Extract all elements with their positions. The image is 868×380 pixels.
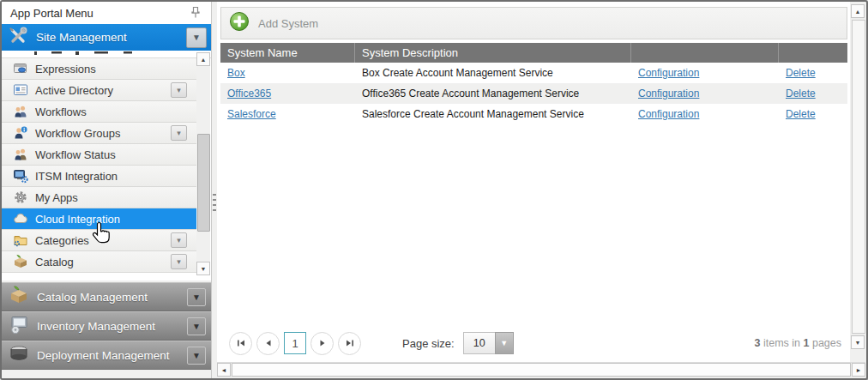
section-label: Inventory Management xyxy=(37,320,187,333)
my-apps-icon xyxy=(13,190,28,205)
page-size-dropdown[interactable]: 10 ▼ xyxy=(463,332,514,354)
scrollbar-thumb[interactable] xyxy=(852,20,865,334)
sidebar: App Portal Menu Site Management ▼ xyxy=(2,2,212,378)
pager-bar: 1 Page size: 10 ▼ 3 items in 1 pages xyxy=(217,323,850,363)
grid-header-row: System Name System Description xyxy=(220,43,847,63)
sidebar-item-categories[interactable]: Categories ▾ xyxy=(2,230,196,251)
sidebar-item-workflow-status[interactable]: Workflow Status xyxy=(2,144,196,166)
systems-grid: System Name System Description Box Box C… xyxy=(220,43,847,124)
table-row: Salesforce Salesforce Create Account Man… xyxy=(220,104,847,124)
sidebar-item-itsm-integration[interactable]: ITSM Integration xyxy=(2,166,196,187)
system-description: Box Create Account Management Service xyxy=(355,63,631,83)
workflows-icon xyxy=(13,104,28,119)
item-label: Categories xyxy=(35,234,171,247)
system-name-link[interactable]: Box xyxy=(227,67,245,79)
scroll-down-button[interactable]: ▼ xyxy=(196,262,210,275)
pages-text: pages xyxy=(809,337,841,349)
page-size-value: 10 xyxy=(463,332,495,354)
workflow-status-icon xyxy=(13,147,28,162)
sidebar-list: Expressions Active Directory ▾ Workflows xyxy=(2,51,211,280)
sidebar-item-my-apps[interactable]: My Apps xyxy=(2,187,196,208)
section-dropdown-button[interactable]: ▼ xyxy=(187,288,206,306)
section-dropdown-button[interactable]: ▼ xyxy=(187,317,206,335)
sidebar-item-active-directory[interactable]: Active Directory ▾ xyxy=(2,80,196,101)
scroll-left-button[interactable]: ◄ xyxy=(217,363,231,377)
system-description: Salesforce Create Account Management Ser… xyxy=(355,104,631,124)
sidebar-item-catalog[interactable]: Catalog ▾ xyxy=(2,251,196,273)
itsm-integration-icon xyxy=(13,168,28,184)
vertical-scrollbar: ▲ ▼ xyxy=(851,4,865,349)
item-label: Expressions xyxy=(35,63,196,75)
scrollbar-thumb[interactable] xyxy=(232,363,851,377)
next-page-button[interactable] xyxy=(310,332,334,355)
items-count: 3 xyxy=(755,337,761,349)
first-page-button[interactable] xyxy=(229,332,252,355)
clipped-list-item xyxy=(2,51,211,58)
section-header-catalog-management[interactable]: Catalog Management ▼ xyxy=(2,282,211,311)
last-page-button[interactable] xyxy=(338,332,361,355)
add-icon xyxy=(229,11,250,35)
configuration-link[interactable]: Configuration xyxy=(638,108,699,120)
configuration-link[interactable]: Configuration xyxy=(638,67,699,79)
item-label: Workflow Status xyxy=(35,148,196,161)
section-label: Catalog Management xyxy=(37,291,187,304)
item-label: Active Directory xyxy=(35,84,171,97)
catalog-icon xyxy=(13,254,28,269)
previous-page-button[interactable] xyxy=(256,332,280,355)
sidebar-item-workflows[interactable]: Workflows xyxy=(2,101,196,123)
column-header-system-name[interactable]: System Name xyxy=(220,43,355,63)
table-row: Box Box Create Account Management Servic… xyxy=(220,63,847,83)
column-header-system-description[interactable]: System Description xyxy=(355,43,631,63)
item-label: Workflows xyxy=(35,106,196,118)
item-label: ITSM Integration xyxy=(35,170,196,183)
item-dropdown-button[interactable]: ▾ xyxy=(171,254,187,269)
delete-link[interactable]: Delete xyxy=(786,87,816,100)
item-label: My Apps xyxy=(35,191,196,204)
expressions-icon xyxy=(13,61,28,76)
deployment-management-icon xyxy=(9,343,29,367)
scroll-right-button[interactable]: ► xyxy=(852,363,865,377)
item-dropdown-button[interactable]: ▾ xyxy=(171,232,187,248)
splitter-grip-icon xyxy=(213,194,216,213)
system-name-link[interactable]: Salesforce xyxy=(227,108,276,120)
sidebar-item-expressions[interactable]: Expressions xyxy=(2,58,196,80)
configuration-link[interactable]: Configuration xyxy=(638,87,699,100)
scrollbar-thumb[interactable] xyxy=(197,134,210,232)
sidebar-item-workflow-groups[interactable]: Workflow Groups ▾ xyxy=(2,123,196,144)
section-dropdown-button[interactable]: ▼ xyxy=(186,27,207,48)
active-directory-icon xyxy=(13,82,28,98)
column-header-configuration[interactable] xyxy=(631,43,779,63)
item-dropdown-button[interactable]: ▾ xyxy=(171,82,187,98)
inventory-management-icon xyxy=(9,314,29,338)
items-text: items in xyxy=(761,337,804,349)
add-system-button[interactable]: Add System xyxy=(229,11,318,35)
item-dropdown-button[interactable]: ▾ xyxy=(171,125,187,141)
toolbar: Add System xyxy=(220,7,847,39)
catalog-management-icon xyxy=(9,285,29,309)
page-number-button[interactable]: 1 xyxy=(284,332,306,354)
system-name-link[interactable]: Office365 xyxy=(227,87,271,100)
item-label: Workflow Groups xyxy=(35,127,171,140)
section-header-inventory-management[interactable]: Inventory Management ▼ xyxy=(2,311,211,341)
app-window: App Portal Menu Site Management ▼ xyxy=(0,0,868,380)
column-header-delete[interactable] xyxy=(779,43,847,63)
delete-link[interactable]: Delete xyxy=(786,67,816,79)
item-label: Catalog xyxy=(35,256,171,268)
workflow-groups-icon xyxy=(13,125,28,141)
chevron-down-icon: ▼ xyxy=(495,332,514,354)
section-label: Deployment Management xyxy=(37,349,187,362)
scroll-down-button[interactable]: ▼ xyxy=(851,335,865,349)
section-header-deployment-management[interactable]: Deployment Management ▼ xyxy=(2,341,211,370)
add-system-label: Add System xyxy=(258,17,318,30)
scroll-up-button[interactable]: ▲ xyxy=(851,4,865,18)
section-dropdown-button[interactable]: ▼ xyxy=(187,347,206,365)
categories-icon xyxy=(13,232,28,248)
scroll-up-button[interactable]: ▲ xyxy=(196,52,210,66)
sidebar-item-cloud-integration[interactable]: Cloud Integration xyxy=(2,208,196,230)
delete-link[interactable]: Delete xyxy=(786,108,816,120)
section-header-site-management[interactable]: Site Management ▼ xyxy=(2,24,211,51)
horizontal-scrollbar: ◄ ► xyxy=(217,362,865,377)
tools-icon xyxy=(9,27,27,49)
sidebar-scrollbar: ▲ ▼ xyxy=(196,52,210,275)
pin-icon[interactable] xyxy=(187,4,204,21)
